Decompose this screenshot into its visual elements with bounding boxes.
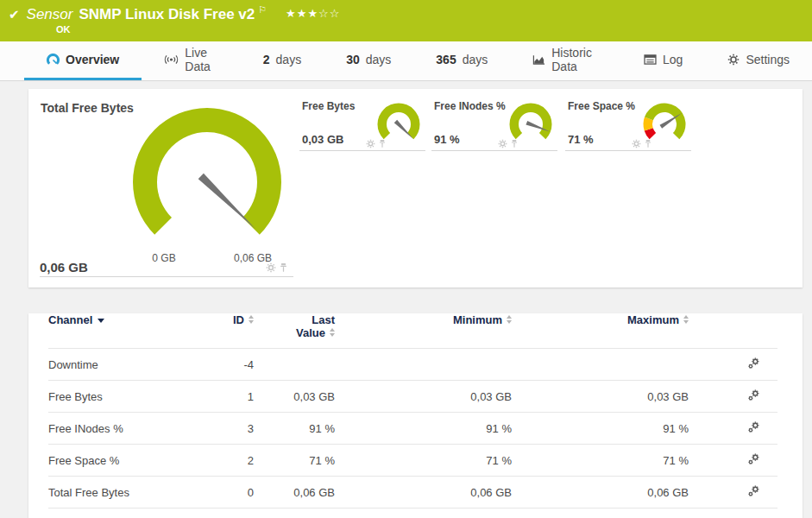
- channel-maximum-cell: 71 %: [512, 445, 689, 477]
- channel-minimum-cell: 71 %: [335, 445, 512, 477]
- status-ok-check-icon: ✔: [9, 7, 20, 22]
- main-gauge-arc: [133, 108, 281, 235]
- channel-id-cell: 1: [186, 381, 254, 413]
- favorite-star-rating[interactable]: ★★★☆☆: [286, 7, 340, 20]
- pin-icon[interactable]: [645, 139, 651, 148]
- channel-gear-icon[interactable]: [266, 262, 276, 273]
- channel-id-cell: 2: [186, 445, 254, 477]
- main-gauge-needle: [198, 174, 259, 232]
- gauge-icon: [47, 54, 60, 66]
- channel-gear-icon[interactable]: [498, 139, 507, 148]
- edit-channel-gears-icon[interactable]: [747, 484, 760, 497]
- historic-chart-icon: [532, 54, 545, 66]
- tab-bar: Overview Live Data 2days 30days 365days …: [0, 41, 812, 81]
- column-header-channel[interactable]: Channel: [48, 313, 186, 349]
- gauges-panel: Total Free Bytes 0 GB 0,06 GB 0,06 GB: [28, 89, 803, 287]
- channel-minimum-cell: [335, 349, 512, 381]
- channel-settings-cell[interactable]: [689, 349, 777, 381]
- channel-maximum-cell: 0,06 GB: [512, 477, 689, 509]
- channel-name-cell: Free Space %: [48, 445, 186, 477]
- channel-last-value-cell: 0,03 GB: [254, 381, 335, 413]
- sort-desc-icon: [98, 319, 104, 323]
- sensor-header: ✔ Sensor SNMP Linux Disk Free v2 ⚐ ★★★☆☆…: [0, 0, 812, 41]
- channel-gear-icon[interactable]: [366, 139, 375, 148]
- channel-last-value-cell: 0,06 GB: [254, 477, 335, 509]
- channel-id-cell: -4: [186, 349, 254, 381]
- main-gauge-actions[interactable]: [266, 262, 287, 273]
- tab-historic-data[interactable]: Historic Data: [510, 41, 621, 80]
- mini-gauge-free-bytes: Free Bytes 0,03 GB: [299, 93, 425, 151]
- channel-minimum-cell: 91 %: [335, 413, 512, 445]
- mini-gauge-actions[interactable]: [498, 139, 518, 148]
- column-header-last-value[interactable]: Last Value: [254, 313, 335, 349]
- tab-log[interactable]: Log: [621, 41, 705, 80]
- channel-name-cell: Free Bytes: [48, 381, 186, 413]
- sensor-type-label: Sensor: [27, 6, 73, 23]
- column-header-id[interactable]: ID: [186, 313, 254, 349]
- channel-name-cell: Total Free Bytes: [48, 477, 186, 509]
- channel-name-cell: Free INodes %: [48, 413, 186, 445]
- tab-live-data[interactable]: Live Data: [142, 41, 241, 80]
- column-header-minimum[interactable]: Minimum: [335, 313, 512, 349]
- channel-name-cell: Downtime: [48, 349, 186, 381]
- channel-minimum-cell: 0,06 GB: [335, 477, 512, 509]
- sort-updown-icon: [249, 315, 254, 324]
- channel-row: Free Bytes10,03 GB0,03 GB0,03 GB: [48, 381, 777, 413]
- tab-30-days[interactable]: 30days: [324, 41, 413, 80]
- channels-table-body: Downtime-4Free Bytes10,03 GB0,03 GB0,03 …: [48, 349, 777, 509]
- mini-gauge-value: 71 %: [568, 133, 594, 146]
- live-data-icon: [164, 54, 179, 66]
- channel-row: Free INodes %391 %91 %91 %: [48, 413, 777, 445]
- main-gauge-title: Total Free Bytes: [41, 101, 134, 115]
- main-gauge-dial: [125, 103, 289, 267]
- pin-icon[interactable]: [379, 139, 386, 148]
- mini-gauge-title: Free Bytes: [302, 100, 355, 112]
- tab-2-days[interactable]: 2days: [241, 41, 324, 80]
- edit-channel-gears-icon[interactable]: [747, 357, 760, 370]
- settings-gear-icon: [727, 54, 740, 66]
- channel-last-value-cell: [254, 349, 335, 381]
- channel-id-cell: 0: [186, 477, 254, 509]
- mini-gauge-value: 0,03 GB: [302, 133, 343, 146]
- channel-row: Downtime-4: [48, 349, 777, 381]
- edit-channel-gears-icon[interactable]: [747, 452, 760, 465]
- sort-updown-icon: [330, 328, 335, 337]
- mini-gauge-actions[interactable]: [366, 139, 386, 148]
- channel-row: Free Space %271 %71 %71 %: [48, 445, 777, 477]
- channel-last-value-cell: 91 %: [254, 413, 335, 445]
- edit-channel-gears-icon[interactable]: [747, 388, 760, 401]
- column-header-actions: [689, 313, 777, 349]
- channel-settings-cell[interactable]: [689, 477, 777, 509]
- channel-settings-cell[interactable]: [689, 413, 777, 445]
- pin-icon[interactable]: [280, 262, 287, 273]
- mini-gauge-title: Free Space %: [568, 100, 635, 112]
- channel-maximum-cell: 0,03 GB: [512, 381, 689, 413]
- page-content: Total Free Bytes 0 GB 0,06 GB 0,06 GB: [0, 81, 812, 518]
- mini-gauge-free-inodes: Free INodes % 91 %: [431, 93, 557, 151]
- channel-id-cell: 3: [186, 413, 254, 445]
- pin-icon[interactable]: [511, 139, 518, 148]
- channel-settings-cell[interactable]: [689, 381, 777, 413]
- channel-row: Total Free Bytes00,06 GB0,06 GB0,06 GB: [48, 477, 777, 509]
- tab-365-days[interactable]: 365days: [413, 41, 510, 80]
- edit-channel-gears-icon[interactable]: [747, 420, 760, 433]
- channels-table: Channel ID Last Value Minimum Maximum: [48, 313, 777, 509]
- tab-settings[interactable]: Settings: [705, 41, 812, 80]
- sort-updown-icon: [507, 315, 512, 324]
- channel-maximum-cell: 91 %: [512, 413, 689, 445]
- mini-gauge-value: 91 %: [434, 133, 460, 146]
- mini-gauge-actions[interactable]: [632, 139, 651, 148]
- channel-minimum-cell: 0,03 GB: [335, 381, 512, 413]
- channel-gear-icon[interactable]: [632, 139, 641, 148]
- tab-overview[interactable]: Overview: [24, 41, 142, 80]
- sensor-name: SNMP Linux Disk Free v2: [79, 6, 255, 23]
- channel-settings-cell[interactable]: [689, 445, 777, 477]
- main-gauge-scale-min: 0 GB: [138, 252, 190, 264]
- divider: [40, 276, 293, 277]
- mini-gauge-title: Free INodes %: [434, 100, 506, 112]
- priority-flag-icon: ⚐: [258, 4, 267, 16]
- sensor-status-badge: OK: [56, 24, 803, 35]
- column-header-maximum[interactable]: Maximum: [512, 313, 689, 349]
- mini-gauge-free-space: Free Space % 71 %: [565, 93, 691, 151]
- main-gauge-value: 0,06 GB: [40, 260, 88, 275]
